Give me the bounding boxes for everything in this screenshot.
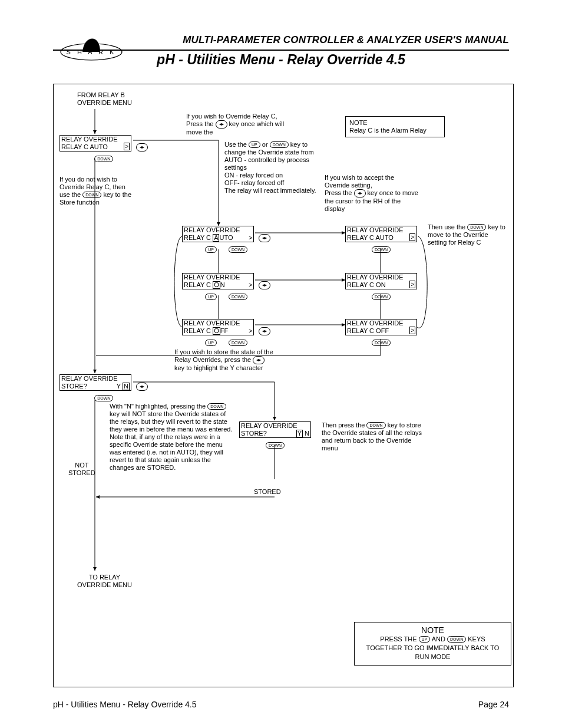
note-line1: PRESS THE UP AND DOWN KEYS	[361, 635, 505, 644]
text-store-intro: If you wish to store the state of the Re…	[174, 348, 275, 372]
header-rule	[53, 50, 509, 51]
lcd-relay-c-auto-confirmed: RELAY OVERRIDE RELAY C AUTO>	[345, 226, 417, 242]
page-header: MULTI-PARAMETER CONTROLLER & ANALYZER US…	[53, 34, 509, 68]
text-then-press-down-store: Then press the DOWN key to store the Ove…	[322, 421, 428, 452]
note-line3: RUN MODE	[361, 653, 505, 661]
down-key-icon: DOWN	[229, 340, 247, 346]
enter-key-icon	[259, 234, 270, 242]
text-n-explanation: With "N" highlighted, pressing the DOWN …	[110, 403, 233, 472]
up-key-icon: UP	[419, 636, 431, 643]
note-line2: TOGETHER TO GO IMMEDIATELY BACK TO	[361, 644, 505, 653]
down-key-icon: DOWN	[207, 403, 226, 410]
label-to-override-menu: TO RELAY OVERRIDE MENU	[77, 574, 132, 589]
manual-title: MULTI-PARAMETER CONTROLLER & ANALYZER US…	[53, 34, 509, 46]
text-no-override: If you do not wish to Override Relay C, …	[59, 176, 136, 206]
text-then-use-down: Then use the DOWN key to move to the Ove…	[428, 223, 507, 246]
lcd-relay-c-on-cursor: RELAY OVERRIDE RELAY C ON>	[182, 273, 254, 289]
text-use-updown: Use the UP or DOWN key to change the Ove…	[224, 141, 322, 195]
up-key-icon: UP	[205, 246, 217, 253]
lcd-relay-c-auto: RELAY OVERRIDE RELAY C AUTO>	[59, 135, 131, 151]
flowchart-frame: FROM RELAY B OVERRIDE MENU RELAY OVERRID…	[53, 84, 514, 687]
down-key-icon: DOWN	[94, 395, 113, 401]
down-key-icon: DOWN	[94, 156, 113, 162]
footer-left: pH - Utilities Menu - Relay Override 4.5	[53, 700, 197, 709]
page-subtitle: pH - Utilities Menu - Relay Override 4.5	[53, 52, 509, 68]
enter-key-icon	[259, 281, 270, 289]
enter-key-icon	[216, 120, 227, 129]
enter-key-icon	[136, 383, 148, 391]
down-key-icon: DOWN	[372, 294, 391, 300]
label-stored: STORED	[254, 488, 281, 495]
note-title: NOTE	[361, 626, 505, 635]
down-key-icon: DOWN	[372, 246, 391, 253]
note-body: Relay C is the Alarm Relay	[349, 127, 441, 134]
down-key-icon: DOWN	[229, 294, 247, 300]
note-relay-c-alarm: NOTE Relay C is the Alarm Relay	[345, 116, 445, 137]
down-key-icon: DOWN	[366, 422, 385, 429]
lcd-line2: RELAY C AUTO>	[60, 143, 131, 151]
lcd-store-y: RELAY OVERRIDE STORE?Y N	[239, 421, 311, 438]
note-title: NOTE	[349, 119, 441, 127]
lcd-line1: RELAY OVERRIDE	[60, 136, 131, 143]
up-key-icon: UP	[249, 141, 260, 148]
down-key-icon: DOWN	[447, 636, 466, 643]
down-key-icon: DOWN	[82, 192, 101, 198]
enter-key-icon	[136, 143, 148, 151]
down-key-icon: DOWN	[372, 340, 391, 346]
note-run-mode: NOTE PRESS THE UP AND DOWN KEYS TOGETHER…	[354, 622, 511, 666]
lcd-relay-c-off-confirmed: RELAY OVERRIDE RELAY C OFF>	[345, 319, 417, 335]
enter-key-icon	[259, 327, 270, 335]
text-override-relay-c: If you wish to Override Relay C, Press t…	[186, 113, 289, 136]
footer-right: Page 24	[478, 700, 509, 709]
up-key-icon: UP	[205, 340, 217, 346]
down-key-icon: DOWN	[266, 442, 285, 449]
lcd-relay-c-on-confirmed: RELAY OVERRIDE RELAY C ON>	[345, 273, 417, 289]
down-key-icon: DOWN	[229, 246, 247, 253]
lcd-store-n: RELAY OVERRIDE STORE?Y N	[59, 374, 131, 391]
text-accept-override: If you wish to accept the Override setti…	[325, 174, 419, 213]
lcd-relay-c-auto-cursor: RELAY OVERRIDE RELAY C AUTO>	[182, 226, 254, 242]
enter-key-icon	[354, 189, 366, 197]
label-not-stored: NOT STORED	[68, 462, 95, 477]
page-footer: pH - Utilities Menu - Relay Override 4.5…	[53, 700, 509, 709]
entry-label: FROM RELAY B OVERRIDE MENU	[77, 91, 132, 107]
down-key-icon: DOWN	[270, 141, 289, 148]
enter-key-icon	[253, 356, 265, 364]
lcd-relay-c-off-cursor: RELAY OVERRIDE RELAY C OFF>	[182, 319, 254, 335]
up-key-icon: UP	[205, 294, 217, 300]
down-key-icon: DOWN	[467, 224, 486, 230]
